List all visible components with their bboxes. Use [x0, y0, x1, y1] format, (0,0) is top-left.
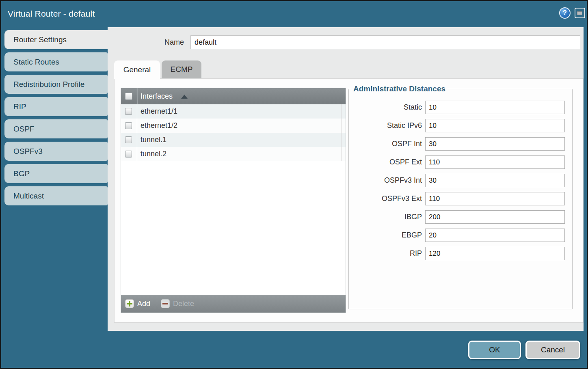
- ok-button[interactable]: OK: [468, 341, 521, 359]
- plus-icon: [125, 299, 134, 308]
- maximize-icon-glyph: [577, 11, 582, 15]
- column-divider: [137, 88, 138, 104]
- delete-button[interactable]: Delete: [161, 299, 194, 308]
- sidebar-item-ospf[interactable]: OSPF: [4, 119, 108, 138]
- interfaces-table-header[interactable]: Interfaces: [121, 88, 346, 104]
- interface-name: tunnel.1: [141, 133, 166, 147]
- interfaces-column-header: Interfaces: [141, 88, 173, 104]
- row-checkbox[interactable]: [125, 122, 132, 129]
- ospf-int-input[interactable]: [425, 137, 565, 151]
- ospfv3-int-input[interactable]: [425, 174, 565, 187]
- name-label: Name: [108, 35, 187, 49]
- table-row[interactable]: ethernet1/2: [121, 119, 346, 133]
- sidebar-item-bgp[interactable]: BGP: [4, 164, 108, 183]
- interface-name: ethernet1/1: [141, 104, 177, 119]
- administrative-distances-legend: Administrative Distances: [351, 84, 447, 93]
- select-all-checkbox[interactable]: [125, 93, 132, 100]
- admin-distance-row: RIP: [349, 247, 568, 260]
- dialog-title: Virtual Router - default: [8, 1, 95, 26]
- column-divider: [137, 133, 137, 147]
- admin-distance-row: OSPF Int: [349, 137, 568, 151]
- ospf-int-label: OSPF Int: [349, 137, 425, 151]
- ospf-ext-label: OSPF Ext: [349, 155, 425, 169]
- column-divider: [137, 119, 137, 133]
- static-ipv6-input[interactable]: [425, 119, 565, 132]
- interface-name: ethernet1/2: [141, 119, 177, 133]
- ibgp-input[interactable]: [425, 210, 565, 224]
- static-ipv6-label: Static IPv6: [349, 119, 425, 132]
- ospfv3-ext-input[interactable]: [425, 192, 565, 205]
- sidebar-item-rip[interactable]: RIP: [4, 97, 108, 116]
- row-checkbox[interactable]: [125, 151, 132, 158]
- admin-distance-row: EBGP: [349, 229, 568, 242]
- name-input[interactable]: [190, 35, 580, 49]
- tab-general[interactable]: General: [114, 60, 160, 79]
- tab-ecmp[interactable]: ECMP: [162, 60, 201, 78]
- interface-name: tunnel.2: [141, 147, 166, 161]
- delete-button-label: Delete: [173, 300, 194, 308]
- column-divider: [137, 147, 137, 161]
- ospfv3-ext-label: OSPFv3 Ext: [349, 192, 425, 205]
- table-row[interactable]: tunnel.1: [121, 133, 346, 147]
- virtual-router-dialog: Virtual Router - default ? Router Settin…: [0, 0, 588, 369]
- add-button-label: Add: [137, 300, 150, 308]
- sidebar-item-ospfv3[interactable]: OSPFv3: [4, 142, 108, 161]
- table-row[interactable]: ethernet1/1: [121, 104, 346, 119]
- static-input[interactable]: [425, 101, 565, 114]
- sort-ascending-icon[interactable]: [181, 95, 188, 99]
- sidebar-item-multicast[interactable]: Multicast: [4, 186, 108, 205]
- ebgp-input[interactable]: [425, 229, 565, 242]
- ibgp-label: IBGP: [349, 210, 425, 224]
- scrollbar-track[interactable]: [342, 104, 342, 161]
- sidebar-item-router-settings[interactable]: Router Settings: [4, 30, 108, 49]
- maximize-icon[interactable]: [575, 8, 585, 18]
- admin-distance-row: OSPFv3 Ext: [349, 192, 568, 205]
- row-checkbox[interactable]: [125, 108, 132, 115]
- sidebar-item-redistribution-profile[interactable]: Redistribution Profile: [4, 75, 108, 94]
- rip-input[interactable]: [425, 247, 565, 260]
- administrative-distances-group: Administrative Distances Static Static I…: [348, 84, 573, 309]
- row-checkbox[interactable]: [125, 136, 132, 143]
- interfaces-table: Interfaces ethernet1/1 ethernet1/2 tun: [121, 88, 346, 313]
- column-divider: [137, 104, 137, 119]
- sidebar-item-static-routes[interactable]: Static Routes: [4, 52, 108, 71]
- admin-distance-row: Static IPv6: [349, 119, 568, 132]
- help-icon[interactable]: ?: [559, 7, 571, 19]
- title-bar: Virtual Router - default ?: [1, 1, 587, 27]
- add-button[interactable]: Add: [125, 299, 150, 308]
- static-label: Static: [349, 101, 425, 114]
- admin-distance-row: Static: [349, 101, 568, 114]
- cancel-button[interactable]: Cancel: [525, 341, 580, 359]
- ebgp-label: EBGP: [349, 229, 425, 242]
- ospf-ext-input[interactable]: [425, 155, 565, 169]
- general-tab-panel: Interfaces ethernet1/1 ethernet1/2 tun: [114, 78, 584, 323]
- admin-distance-row: OSPF Ext: [349, 155, 568, 169]
- rip-label: RIP: [349, 247, 425, 260]
- table-row[interactable]: tunnel.2: [121, 147, 346, 161]
- admin-distance-row: OSPFv3 Int: [349, 174, 568, 187]
- admin-distance-row: IBGP: [349, 210, 568, 224]
- interfaces-toolbar: Add Delete: [121, 295, 346, 313]
- ospfv3-int-label: OSPFv3 Int: [349, 174, 425, 187]
- minus-icon: [161, 299, 170, 308]
- content-area: Name General ECMP Interfaces ethernet1/1: [108, 27, 584, 331]
